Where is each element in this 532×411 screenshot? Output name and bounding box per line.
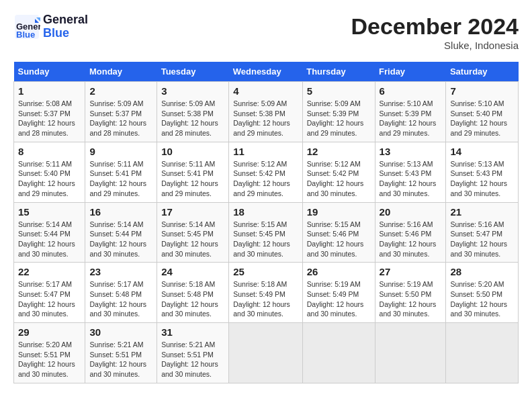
calendar-cell: 12 Sunrise: 5:12 AM Sunset: 5:42 PM Dayl… bbox=[302, 142, 375, 202]
day-info: Sunrise: 5:20 AM Sunset: 5:51 PM Dayligh… bbox=[18, 340, 81, 379]
calendar-week-1: 1 Sunrise: 5:08 AM Sunset: 5:37 PM Dayli… bbox=[14, 82, 519, 142]
day-number: 10 bbox=[161, 146, 224, 157]
day-info: Sunrise: 5:17 AM Sunset: 5:48 PM Dayligh… bbox=[89, 279, 152, 319]
day-number: 25 bbox=[233, 266, 298, 277]
day-info: Sunrise: 5:16 AM Sunset: 5:46 PM Dayligh… bbox=[380, 220, 442, 259]
day-info: Sunrise: 5:18 AM Sunset: 5:48 PM Dayligh… bbox=[161, 279, 224, 319]
day-info: Sunrise: 5:12 AM Sunset: 5:42 PM Dayligh… bbox=[307, 159, 371, 199]
day-info: Sunrise: 5:11 AM Sunset: 5:41 PM Dayligh… bbox=[161, 159, 224, 199]
day-number: 15 bbox=[18, 206, 81, 218]
day-info: Sunrise: 5:19 AM Sunset: 5:50 PM Dayligh… bbox=[380, 279, 442, 319]
calendar-header-row: SundayMondayTuesdayWednesdayThursdayFrid… bbox=[14, 62, 519, 82]
day-number: 26 bbox=[307, 266, 371, 277]
calendar-week-5: 29 Sunrise: 5:20 AM Sunset: 5:51 PM Dayl… bbox=[14, 323, 519, 383]
day-number: 6 bbox=[380, 85, 442, 97]
header-friday: Friday bbox=[375, 62, 446, 82]
page-header: General Blue General Blue December 2024 … bbox=[13, 13, 519, 51]
location-subtitle: Sluke, Indonesia bbox=[351, 40, 519, 51]
day-info: Sunrise: 5:10 AM Sunset: 5:39 PM Dayligh… bbox=[380, 99, 442, 138]
day-number: 13 bbox=[380, 146, 442, 157]
day-number: 20 bbox=[380, 206, 442, 218]
day-info: Sunrise: 5:21 AM Sunset: 5:51 PM Dayligh… bbox=[161, 340, 224, 379]
calendar-week-4: 22 Sunrise: 5:17 AM Sunset: 5:47 PM Dayl… bbox=[14, 263, 519, 323]
calendar-cell bbox=[302, 323, 375, 383]
day-number: 22 bbox=[18, 266, 81, 277]
day-info: Sunrise: 5:09 AM Sunset: 5:38 PM Dayligh… bbox=[161, 99, 224, 138]
header-wednesday: Wednesday bbox=[229, 62, 302, 82]
calendar-table: SundayMondayTuesdayWednesdayThursdayFrid… bbox=[13, 62, 519, 383]
day-number: 11 bbox=[233, 146, 298, 157]
day-number: 12 bbox=[307, 146, 371, 157]
day-number: 4 bbox=[233, 85, 298, 97]
day-number: 27 bbox=[380, 266, 442, 277]
day-number: 16 bbox=[89, 206, 152, 218]
day-number: 8 bbox=[18, 146, 81, 157]
calendar-cell: 22 Sunrise: 5:17 AM Sunset: 5:47 PM Dayl… bbox=[14, 263, 85, 323]
day-number: 14 bbox=[450, 146, 514, 157]
day-info: Sunrise: 5:11 AM Sunset: 5:41 PM Dayligh… bbox=[89, 159, 152, 199]
day-number: 28 bbox=[450, 266, 514, 277]
calendar-cell: 6 Sunrise: 5:10 AM Sunset: 5:39 PM Dayli… bbox=[375, 82, 446, 142]
day-info: Sunrise: 5:15 AM Sunset: 5:46 PM Dayligh… bbox=[307, 220, 371, 259]
calendar-cell: 30 Sunrise: 5:21 AM Sunset: 5:51 PM Dayl… bbox=[85, 323, 157, 383]
calendar-cell bbox=[375, 323, 446, 383]
calendar-cell bbox=[229, 323, 302, 383]
day-info: Sunrise: 5:19 AM Sunset: 5:49 PM Dayligh… bbox=[307, 279, 371, 319]
calendar-cell: 1 Sunrise: 5:08 AM Sunset: 5:37 PM Dayli… bbox=[14, 82, 85, 142]
title-block: December 2024 Sluke, Indonesia bbox=[351, 13, 519, 51]
calendar-cell: 31 Sunrise: 5:21 AM Sunset: 5:51 PM Dayl… bbox=[157, 323, 229, 383]
day-info: Sunrise: 5:09 AM Sunset: 5:37 PM Dayligh… bbox=[89, 99, 152, 138]
calendar-cell: 29 Sunrise: 5:20 AM Sunset: 5:51 PM Dayl… bbox=[14, 323, 85, 383]
calendar-cell: 17 Sunrise: 5:14 AM Sunset: 5:45 PM Dayl… bbox=[157, 202, 229, 263]
day-info: Sunrise: 5:11 AM Sunset: 5:40 PM Dayligh… bbox=[18, 159, 81, 199]
header-monday: Monday bbox=[85, 62, 157, 82]
calendar-cell: 2 Sunrise: 5:09 AM Sunset: 5:37 PM Dayli… bbox=[85, 82, 157, 142]
calendar-cell: 21 Sunrise: 5:16 AM Sunset: 5:47 PM Dayl… bbox=[446, 202, 519, 263]
day-info: Sunrise: 5:21 AM Sunset: 5:51 PM Dayligh… bbox=[89, 340, 152, 379]
calendar-body: 1 Sunrise: 5:08 AM Sunset: 5:37 PM Dayli… bbox=[14, 82, 519, 383]
calendar-week-2: 8 Sunrise: 5:11 AM Sunset: 5:40 PM Dayli… bbox=[14, 142, 519, 202]
calendar-cell: 4 Sunrise: 5:09 AM Sunset: 5:38 PM Dayli… bbox=[229, 82, 302, 142]
day-number: 21 bbox=[450, 206, 514, 218]
day-number: 3 bbox=[161, 85, 224, 97]
header-sunday: Sunday bbox=[14, 62, 85, 82]
calendar-cell: 15 Sunrise: 5:14 AM Sunset: 5:44 PM Dayl… bbox=[14, 202, 85, 263]
day-number: 18 bbox=[233, 206, 298, 218]
calendar-cell: 10 Sunrise: 5:11 AM Sunset: 5:41 PM Dayl… bbox=[157, 142, 229, 202]
logo: General Blue General Blue bbox=[13, 13, 88, 40]
calendar-cell: 23 Sunrise: 5:17 AM Sunset: 5:48 PM Dayl… bbox=[85, 263, 157, 323]
day-info: Sunrise: 5:09 AM Sunset: 5:39 PM Dayligh… bbox=[307, 99, 371, 138]
calendar-cell: 11 Sunrise: 5:12 AM Sunset: 5:42 PM Dayl… bbox=[229, 142, 302, 202]
calendar-cell: 27 Sunrise: 5:19 AM Sunset: 5:50 PM Dayl… bbox=[375, 263, 446, 323]
day-number: 17 bbox=[161, 206, 224, 218]
header-saturday: Saturday bbox=[446, 62, 519, 82]
svg-text:Blue: Blue bbox=[16, 30, 35, 40]
calendar-cell: 26 Sunrise: 5:19 AM Sunset: 5:49 PM Dayl… bbox=[302, 263, 375, 323]
day-number: 24 bbox=[161, 266, 224, 277]
logo-icon: General Blue bbox=[13, 13, 40, 40]
day-info: Sunrise: 5:17 AM Sunset: 5:47 PM Dayligh… bbox=[18, 279, 81, 319]
calendar-cell: 14 Sunrise: 5:13 AM Sunset: 5:43 PM Dayl… bbox=[446, 142, 519, 202]
day-number: 23 bbox=[89, 266, 152, 277]
calendar-cell: 13 Sunrise: 5:13 AM Sunset: 5:43 PM Dayl… bbox=[375, 142, 446, 202]
day-info: Sunrise: 5:13 AM Sunset: 5:43 PM Dayligh… bbox=[380, 159, 442, 199]
calendar-cell: 16 Sunrise: 5:14 AM Sunset: 5:44 PM Dayl… bbox=[85, 202, 157, 263]
header-thursday: Thursday bbox=[302, 62, 375, 82]
day-number: 30 bbox=[89, 326, 152, 338]
day-info: Sunrise: 5:08 AM Sunset: 5:37 PM Dayligh… bbox=[18, 99, 81, 138]
day-number: 1 bbox=[18, 85, 81, 97]
calendar-cell: 28 Sunrise: 5:20 AM Sunset: 5:50 PM Dayl… bbox=[446, 263, 519, 323]
day-number: 2 bbox=[89, 85, 152, 97]
day-info: Sunrise: 5:14 AM Sunset: 5:45 PM Dayligh… bbox=[161, 220, 224, 259]
day-number: 31 bbox=[161, 326, 224, 338]
calendar-cell bbox=[446, 323, 519, 383]
header-tuesday: Tuesday bbox=[157, 62, 229, 82]
day-info: Sunrise: 5:14 AM Sunset: 5:44 PM Dayligh… bbox=[89, 220, 152, 259]
day-info: Sunrise: 5:15 AM Sunset: 5:45 PM Dayligh… bbox=[233, 220, 298, 259]
calendar-cell: 9 Sunrise: 5:11 AM Sunset: 5:41 PM Dayli… bbox=[85, 142, 157, 202]
day-info: Sunrise: 5:12 AM Sunset: 5:42 PM Dayligh… bbox=[233, 159, 298, 199]
calendar-cell: 24 Sunrise: 5:18 AM Sunset: 5:48 PM Dayl… bbox=[157, 263, 229, 323]
day-info: Sunrise: 5:16 AM Sunset: 5:47 PM Dayligh… bbox=[450, 220, 514, 259]
calendar-week-3: 15 Sunrise: 5:14 AM Sunset: 5:44 PM Dayl… bbox=[14, 202, 519, 263]
calendar-cell: 18 Sunrise: 5:15 AM Sunset: 5:45 PM Dayl… bbox=[229, 202, 302, 263]
